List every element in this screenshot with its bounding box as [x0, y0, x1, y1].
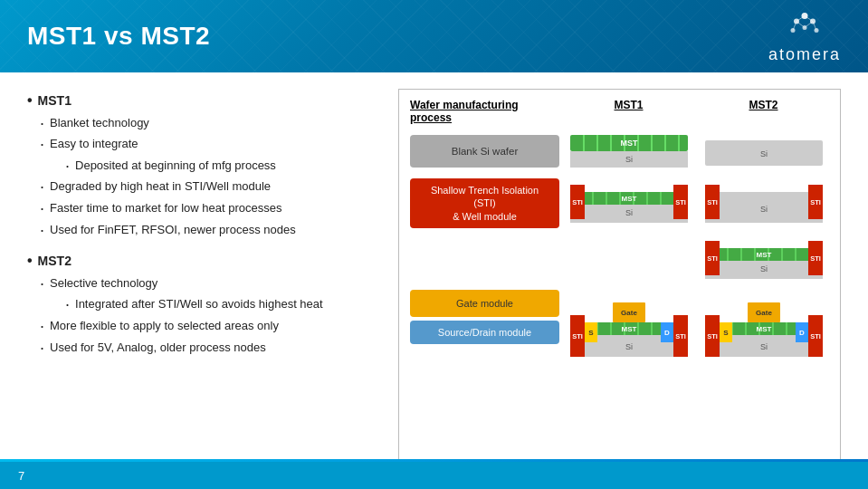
svg-line-9 [805, 22, 813, 28]
mst1-title: MST1 [27, 89, 380, 112]
header: MST1 vs MST2 atomera [0, 0, 868, 72]
mst1-sti: MST STI STI Si [563, 179, 694, 226]
mst1-bullets: Blanket technology Easy to integrate Dep… [27, 114, 380, 241]
svg-text:Gate: Gate [756, 309, 772, 317]
svg-text:Si: Si [625, 208, 632, 217]
diagram-panel: Wafer manufacturing process MST1 MST2 Bl… [398, 89, 841, 462]
svg-text:Si: Si [759, 264, 767, 273]
label-blank-si: Blank Si wafer [410, 135, 559, 168]
mst1-gate-sd-svg: MST STI STI S D Gate Si [566, 290, 692, 362]
left-panel: MST1 Blanket technology Easy to integrat… [27, 89, 380, 462]
mst1-blank-wafer-svg: MST Si [566, 131, 692, 171]
labels-gate-sd: Gate module Source/Drain module [410, 290, 559, 344]
mst2-bullets: Selective technology Integrated after ST… [27, 274, 380, 358]
mst2-gate-sd: MST STI STI S D Gate Si [698, 290, 829, 362]
mst1-sti-svg: MST STI STI Si [566, 179, 692, 226]
diagram-header: Wafer manufacturing process MST1 MST2 [410, 99, 829, 124]
svg-text:STI: STI [675, 198, 686, 206]
mst2-blank-wafer-svg: Si [701, 131, 827, 171]
mst2-sti-svg: STI STI Si [701, 179, 827, 226]
mst1-gate-sd: MST STI STI S D Gate Si [563, 290, 694, 362]
label-gate: Gate module [410, 290, 559, 317]
svg-text:MST: MST [621, 325, 636, 333]
svg-text:STI: STI [810, 332, 821, 340]
diagram-row-blank-si: Blank Si wafer MST Si [410, 131, 829, 171]
list-item: Used for FinFET, RFSOI, newer process no… [40, 221, 380, 241]
svg-text:STI: STI [707, 254, 718, 263]
mst2-blank-wafer: Si [698, 131, 829, 171]
label-source-drain: Source/Drain module [410, 321, 559, 344]
list-item: Selective technology [40, 274, 380, 294]
label-empty [410, 237, 559, 281]
label-sti: Shallow Trench Isolation(STI)& Well modu… [410, 178, 559, 228]
list-item: Integrated after STI/Well so avoids high… [40, 295, 380, 315]
svg-text:Si: Si [759, 342, 767, 351]
svg-text:Gate: Gate [621, 309, 637, 317]
mst2-sti: STI STI Si [698, 179, 829, 226]
svg-text:Si: Si [625, 155, 632, 164]
list-item: Faster time to market for low heat proce… [40, 199, 380, 219]
mst2-title: MST2 [27, 249, 380, 273]
col-header-mst2: MST2 [698, 99, 829, 124]
diagram-row-mst2-insert: MST STI STI Si [410, 235, 829, 283]
slide-title: MST1 vs MST2 [27, 22, 210, 51]
svg-text:S: S [588, 329, 594, 337]
mst2-after-sti-svg: MST STI STI Si [701, 235, 827, 283]
svg-text:MST: MST [756, 251, 771, 259]
svg-text:STI: STI [572, 332, 583, 340]
svg-text:MST: MST [756, 325, 771, 333]
page-number: 7 [18, 469, 24, 483]
svg-text:Si: Si [625, 342, 632, 351]
list-item: More flexible to apply to selected areas… [40, 317, 380, 337]
footer: 7 [0, 462, 868, 489]
svg-text:STI: STI [707, 332, 718, 340]
atomera-logo-icon [785, 9, 825, 42]
svg-line-8 [796, 22, 805, 28]
diagram-row-gate-sd: Gate module Source/Drain module MST [410, 290, 829, 362]
svg-text:D: D [664, 329, 670, 337]
svg-text:MST: MST [620, 139, 638, 148]
logo-text: atomera [768, 45, 841, 64]
svg-text:D: D [799, 329, 805, 337]
list-item: Blanket technology [40, 114, 380, 134]
col-header-mst1: MST1 [563, 99, 694, 124]
svg-text:STI: STI [810, 254, 821, 263]
col-header-process: Wafer manufacturing process [410, 99, 559, 124]
mst2-after-sti: MST STI STI Si [698, 235, 829, 283]
list-item: Easy to integrate [40, 135, 380, 155]
list-item: Used for 5V, Analog, older process nodes [40, 339, 380, 359]
mst2-section: MST2 Selective technology Integrated aft… [27, 249, 380, 358]
svg-text:Si: Si [759, 205, 767, 214]
mst2-gate-sd-svg: MST STI STI S D Gate Si [701, 290, 827, 362]
diagram-row-sti: Shallow Trench Isolation(STI)& Well modu… [410, 178, 829, 228]
svg-text:STI: STI [810, 198, 821, 206]
list-item: Deposited at beginning of mfg process [40, 157, 380, 177]
list-item: Degraded by high heat in STI/Well module [40, 177, 380, 197]
main-content: MST1 Blanket technology Easy to integrat… [0, 72, 868, 471]
logo-container: atomera [768, 9, 841, 64]
svg-text:STI: STI [572, 198, 583, 206]
mst1-blank-wafer: MST Si [563, 131, 694, 171]
svg-text:Si: Si [759, 149, 767, 158]
svg-text:S: S [723, 329, 729, 337]
svg-text:MST: MST [621, 195, 636, 203]
svg-text:STI: STI [707, 198, 718, 206]
svg-text:STI: STI [675, 332, 686, 340]
